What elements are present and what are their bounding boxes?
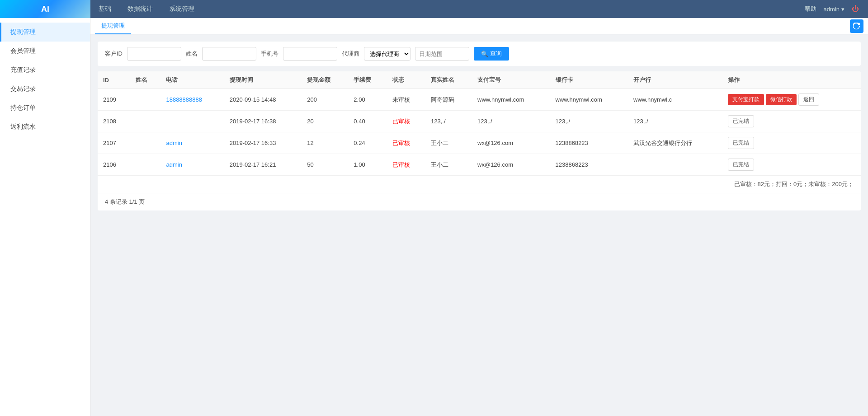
top-nav-right: 帮助 admin ▾ ⏻ [805,5,868,13]
cell-2-1 [130,132,161,154]
search-icon: 🔍 [481,51,488,57]
top-nav-menu-数据统计[interactable]: 数据统计 [119,0,161,18]
table-summary: 已审核：82元；打回：0元；未审核：200元； [98,176,861,193]
actions-cell-1: 已完结 [722,111,861,132]
pagination-text: 4 条记录 1/1 页 [105,198,145,205]
help-link[interactable]: 帮助 [805,5,816,13]
cell-0-9: www.hnymwl.com [550,89,628,111]
cell-3-9: 1238868223 [550,154,628,176]
cell-3-0: 2106 [98,154,130,176]
name-label: 姓名 [186,50,198,58]
table-row: 21082019-02-17 16:38200.40已审核123,./123,.… [98,111,861,132]
table-row: 2106admin2019-02-17 16:21501.00已审核王小二wx@… [98,154,861,176]
tab-bar: 提现管理 [90,18,868,34]
cell-1-6: 已审核 [387,111,425,132]
cell-0-10: www.hnymwl.c [628,89,722,111]
top-navigation: Ai 基础数据统计系统管理 帮助 admin ▾ ⏻ [0,0,868,18]
sidebar-item-会员管理[interactable]: 会员管理 [0,42,90,61]
customer-id-label: 客户ID [105,50,123,58]
agent-select[interactable]: 选择代理商 [364,47,410,61]
cell-2-2: admin [160,132,224,154]
name-input[interactable] [202,47,256,61]
cell-0-5: 2.00 [348,89,387,111]
col-header-ID: ID [98,71,130,89]
dropdown-arrow-icon: ▾ [841,6,844,13]
cell-3-6: 已审核 [387,154,425,176]
search-bar: 客户ID 姓名 手机号 代理商 选择代理商 🔍 查询 [98,42,861,66]
cell-3-7: 王小二 [425,154,472,176]
cell-2-7: 王小二 [425,132,472,154]
col-header-真实姓名: 真实姓名 [425,71,472,89]
col-header-状态: 状态 [387,71,425,89]
cell-1-0: 2108 [98,111,130,132]
refresh-icon[interactable] [850,19,863,33]
cell-1-1 [130,111,161,132]
username-label: admin [824,6,840,13]
sidebar-item-交易记录[interactable]: 交易记录 [0,79,90,98]
table-header: ID姓名电话提现时间提现金额手续费状态真实姓名支付宝号银行卡开户行操作 [98,71,861,89]
col-header-手续费: 手续费 [348,71,387,89]
completed-button[interactable]: 已完结 [728,137,754,149]
cell-2-9: 1238868223 [550,132,628,154]
logout-button[interactable]: ⏻ [852,5,859,13]
top-nav-menus: 基础数据统计系统管理 [90,0,805,18]
tab-label: 提现管理 [101,22,125,30]
wechat-payment-button[interactable]: 微信打款 [766,94,797,105]
logo: Ai [0,0,90,18]
agent-label: 代理商 [342,50,359,58]
cell-3-4: 50 [302,154,348,176]
cell-1-4: 20 [302,111,348,132]
return-button[interactable]: 返回 [798,93,819,106]
completed-button[interactable]: 已完结 [728,159,754,171]
cell-1-3: 2019-02-17 16:38 [224,111,302,132]
cell-1-10: 123,./ [628,111,722,132]
cell-0-4: 200 [302,89,348,111]
col-header-姓名: 姓名 [130,71,161,89]
page-content: 客户ID 姓名 手机号 代理商 选择代理商 🔍 查询 [90,34,868,218]
cell-1-9: 123,./ [550,111,628,132]
cell-2-6: 已审核 [387,132,425,154]
cell-2-0: 2107 [98,132,130,154]
cell-3-1 [130,154,161,176]
alipay-payment-button[interactable]: 支付宝打款 [728,94,764,105]
phone-input[interactable] [283,47,337,61]
logo-text: Ai [41,5,49,14]
cell-0-3: 2020-09-15 14:48 [224,89,302,111]
actions-cell-2: 已完结 [722,132,861,154]
customer-id-input[interactable] [127,47,181,61]
sidebar-item-充值记录[interactable]: 充值记录 [0,61,90,79]
sidebar: 提现管理会员管理充值记录交易记录持仓订单返利流水 [0,18,90,416]
sidebar-item-持仓订单[interactable]: 持仓订单 [0,98,90,117]
cell-3-2: admin [160,154,224,176]
user-dropdown[interactable]: admin ▾ [824,6,844,13]
table-row: 2107admin2019-02-17 16:33120.24已审核王小二wx@… [98,132,861,154]
top-nav-menu-系统管理[interactable]: 系统管理 [161,0,203,18]
cell-1-7: 123,./ [425,111,472,132]
search-button[interactable]: 🔍 查询 [474,47,509,61]
cell-3-8: wx@126.com [472,154,550,176]
cell-0-1 [130,89,161,111]
cell-0-8: www.hnymwl.com [472,89,550,111]
cell-2-5: 0.24 [348,132,387,154]
cell-3-10 [628,154,722,176]
withdrawal-table: ID姓名电话提现时间提现金额手续费状态真实姓名支付宝号银行卡开户行操作 2109… [98,71,861,176]
date-range-input[interactable] [415,47,469,61]
data-table-wrapper: ID姓名电话提现时间提现金额手续费状态真实姓名支付宝号银行卡开户行操作 2109… [98,71,861,210]
cell-3-5: 1.00 [348,154,387,176]
actions-cell-3: 已完结 [722,154,861,176]
summary-text: 已审核：82元；打回：0元；未审核：200元； [734,181,854,187]
cell-0-7: 阿奇源码 [425,89,472,111]
layout: 提现管理会员管理充值记录交易记录持仓订单返利流水 提现管理 客户ID 姓名 手机… [0,18,868,416]
completed-button[interactable]: 已完结 [728,115,754,127]
sidebar-item-提现管理[interactable]: 提现管理 [0,23,90,42]
table-row: 2109188888888882020-09-15 14:482002.00未审… [98,89,861,111]
cell-0-2: 18888888888 [160,89,224,111]
main-content: 提现管理 客户ID 姓名 手机号 代理商 选择代理商 [90,18,868,416]
top-nav-menu-基础[interactable]: 基础 [90,0,119,18]
col-header-支付宝号: 支付宝号 [472,71,550,89]
sidebar-item-返利流水[interactable]: 返利流水 [0,117,90,136]
col-header-银行卡: 银行卡 [550,71,628,89]
tab-withdrawal-management[interactable]: 提现管理 [95,18,131,34]
cell-1-8: 123,./ [472,111,550,132]
pagination: 4 条记录 1/1 页 [98,193,861,210]
